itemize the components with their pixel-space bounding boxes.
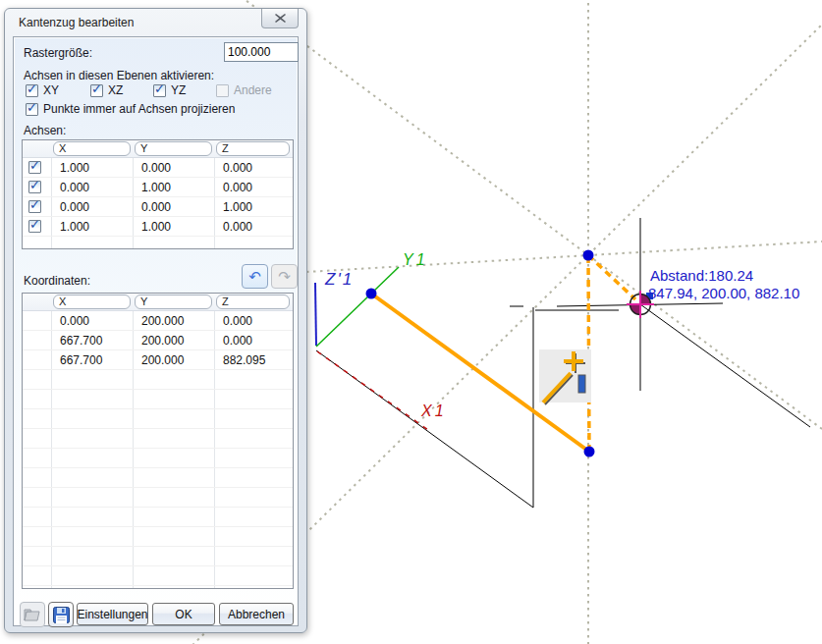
column-header-y[interactable]: Y bbox=[135, 295, 212, 309]
z-axis-line bbox=[315, 283, 316, 346]
settings-button[interactable]: Einstellungen bbox=[77, 603, 148, 625]
polyline-point-2[interactable] bbox=[584, 447, 595, 457]
column-header-z[interactable]: Z bbox=[216, 295, 290, 309]
checkbox-xz[interactable]: ✓ XZ bbox=[90, 83, 153, 97]
model-edge[interactable] bbox=[640, 304, 810, 427]
x-axis-label: X1 bbox=[420, 402, 447, 419]
check-icon: ✓ bbox=[29, 158, 40, 173]
close-button[interactable] bbox=[261, 9, 299, 28]
empty-table-row bbox=[23, 488, 293, 508]
table-row[interactable]: ✓ 1.000 0.000 0.000 bbox=[23, 158, 293, 178]
table-row[interactable]: ✓ 1.000 1.000 0.000 bbox=[23, 217, 293, 237]
axes-table-label: Achsen: bbox=[24, 124, 66, 137]
column-header-x[interactable]: X bbox=[53, 141, 131, 156]
add-point-cursor-icon bbox=[539, 349, 591, 404]
ok-button[interactable]: OK bbox=[152, 603, 215, 625]
checkbox-project-points[interactable]: ✓ Punkte immer auf Achsen projizieren bbox=[26, 101, 235, 117]
dialog-content: Rastergröße: Achsen in diesen Ebenen akt… bbox=[13, 36, 299, 626]
distance-readout: Abstand:180.24 bbox=[650, 267, 753, 284]
checkbox-xy[interactable]: ✓ XY bbox=[26, 83, 90, 97]
polyline-point-3[interactable] bbox=[583, 250, 594, 261]
edit-polyline-dialog: Kantenzug bearbeiten Rastergröße: Achsen… bbox=[4, 8, 307, 633]
model-edge[interactable] bbox=[316, 350, 533, 508]
table-row[interactable]: 0.000 200.000 0.000 bbox=[23, 311, 293, 331]
empty-table-row bbox=[23, 449, 293, 468]
table-row[interactable]: 667.700 200.000 0.000 bbox=[23, 331, 293, 350]
z-axis-label: Z'1 bbox=[324, 270, 354, 289]
polyline-point-1[interactable] bbox=[366, 289, 377, 299]
check-icon: ✓ bbox=[29, 197, 40, 212]
empty-table-row bbox=[23, 237, 293, 249]
empty-table-row bbox=[23, 527, 293, 547]
check-icon: ✓ bbox=[154, 81, 165, 96]
check-icon: ✓ bbox=[27, 81, 37, 96]
planes-label: Achsen in diesen Ebenen aktivieren: bbox=[24, 69, 214, 82]
check-icon: ✓ bbox=[91, 81, 102, 96]
y-axis-label: Y1 bbox=[403, 251, 428, 268]
plane-checkbox-row: ✓ XY ✓ XZ ✓ YZ Andere bbox=[26, 82, 293, 98]
empty-table-row bbox=[23, 508, 293, 527]
coordinates-table[interactable]: X Y Z 0.000 200.000 0.000 667.700 200.00… bbox=[22, 293, 294, 589]
redo-icon: ↷ bbox=[278, 268, 291, 286]
dialog-titlebar[interactable]: Kantenzug bearbeiten bbox=[5, 9, 306, 36]
dialog-title: Kantenzug bearbeiten bbox=[19, 16, 134, 29]
raster-label: Rastergröße: bbox=[24, 46, 92, 60]
check-icon: ✓ bbox=[29, 178, 40, 192]
checkbox-andere: Andere bbox=[216, 83, 272, 97]
coordinates-table-body: 0.000 200.000 0.000 667.700 200.000 0.00… bbox=[23, 311, 293, 589]
table-row[interactable]: 667.700 200.000 882.095 bbox=[23, 350, 293, 370]
table-row[interactable]: ✓ 0.000 1.000 0.000 bbox=[23, 178, 293, 197]
empty-table-row bbox=[23, 586, 293, 589]
load-icon bbox=[24, 607, 41, 622]
empty-table-row bbox=[23, 370, 293, 390]
empty-table-row bbox=[23, 547, 293, 566]
empty-table-row bbox=[23, 390, 293, 409]
check-icon: ✓ bbox=[27, 100, 37, 115]
empty-table-row bbox=[23, 566, 293, 586]
axes-table-header: X Y Z bbox=[23, 140, 293, 158]
table-row[interactable]: ✓ 0.000 0.000 1.000 bbox=[23, 197, 293, 217]
undo-button[interactable]: ↶ bbox=[242, 264, 268, 289]
column-header-z[interactable]: Z bbox=[216, 141, 290, 156]
rubber-band-segment bbox=[588, 255, 635, 299]
coordinates-table-header: X Y Z bbox=[23, 294, 293, 311]
close-icon bbox=[275, 14, 286, 23]
save-icon bbox=[53, 607, 70, 623]
column-header-y[interactable]: Y bbox=[135, 141, 212, 156]
cancel-button[interactable]: Abbrechen bbox=[219, 603, 294, 625]
coords-table-label: Koordinaten: bbox=[24, 274, 90, 288]
column-header-x[interactable]: X bbox=[53, 295, 131, 309]
axes-table-body: ✓ 1.000 0.000 0.000 ✓ 0.000 1.000 0.000 … bbox=[23, 158, 293, 249]
raster-size-input[interactable] bbox=[224, 42, 299, 62]
save-button[interactable] bbox=[48, 602, 74, 627]
empty-table-row bbox=[23, 429, 293, 449]
application-window: Z'1 Y1 X1 Abstand:180.24 847.94, 200.00,… bbox=[0, 0, 822, 644]
load-button bbox=[20, 602, 45, 627]
check-icon: ✓ bbox=[29, 217, 40, 232]
empty-table-row bbox=[23, 468, 293, 488]
undo-icon: ↶ bbox=[248, 268, 261, 286]
checkbox-yz[interactable]: ✓ YZ bbox=[153, 83, 216, 97]
empty-table-row bbox=[23, 409, 293, 429]
axes-table[interactable]: X Y Z ✓ 1.000 0.000 0.000 ✓ 0.000 1.000 bbox=[22, 139, 294, 249]
redo-button: ↷ bbox=[271, 264, 298, 289]
construction-line-x bbox=[219, 0, 822, 429]
coordinate-readout: 847.94, 200.00, 882.10 bbox=[648, 285, 799, 301]
